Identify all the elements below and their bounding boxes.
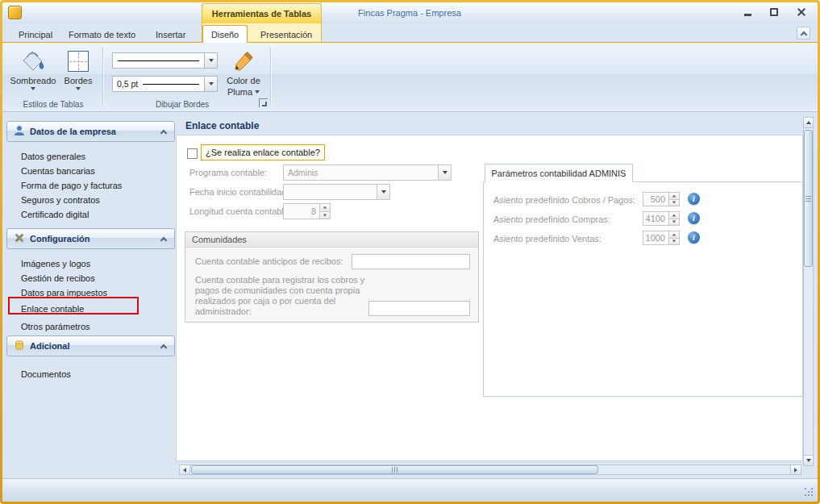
- content-panel: ¿Se realiza enlace contable? Programa co…: [176, 135, 803, 461]
- line-weight-value: 0,5 pt: [113, 79, 138, 89]
- vertical-scrollbar-thumb[interactable]: [804, 130, 813, 267]
- pen-color-label-line2: Pluma: [227, 87, 252, 97]
- vertical-scrollbar[interactable]: [803, 117, 814, 466]
- asiento-compras-spinner[interactable]: 4100: [643, 211, 680, 226]
- borders-label: Bordes: [65, 76, 93, 85]
- pen-color-label-line1: Color de: [227, 76, 260, 85]
- sidebar-item-forma-de-pago-y-facturas[interactable]: Forma de pago y facturas: [21, 178, 169, 193]
- info-icon[interactable]: i: [688, 231, 700, 244]
- sidebar-item-datos-generales[interactable]: Datos generales: [21, 149, 169, 164]
- tab-formato-de-texto[interactable]: Formato de texto: [60, 26, 144, 43]
- window-buttons: [740, 6, 808, 19]
- asiento-compras-value: 4100: [643, 212, 668, 225]
- chevron-up-icon: [160, 129, 167, 135]
- line-style-sample: [118, 60, 199, 61]
- dropdown-button[interactable]: [377, 185, 389, 199]
- sidebar-item-datos-para-impuestos[interactable]: Datos para impuestos: [21, 285, 169, 300]
- program-label: Programa contable:: [189, 168, 267, 177]
- close-button[interactable]: [793, 6, 808, 19]
- start-date-combo[interactable]: [283, 184, 390, 200]
- titlebar: Herramientas de Tablas Fincas Pragma - E…: [2, 2, 818, 23]
- database-icon: [14, 339, 25, 352]
- window-title: Fincas Pragma - Empresa: [302, 2, 517, 23]
- program-combo[interactable]: Adminis: [283, 165, 452, 181]
- dropdown-arrow-icon: [381, 190, 386, 194]
- sidebar-item-gestion-de-recibos[interactable]: Gestión de recibos: [21, 271, 169, 285]
- dropdown-button[interactable]: [204, 53, 217, 68]
- account-length-value: 8: [284, 204, 319, 219]
- info-icon[interactable]: i: [688, 193, 700, 205]
- dropdown-button[interactable]: [204, 77, 217, 91]
- spinner-arrows[interactable]: [319, 204, 330, 219]
- scroll-left-button[interactable]: [179, 464, 190, 475]
- borders-icon: [68, 48, 89, 74]
- dropdown-arrow-icon: [31, 87, 35, 90]
- resize-grip[interactable]: [805, 488, 814, 498]
- params-adminis-panel: Asiento predefinido Cobros / Pagos: 500 …: [483, 181, 803, 397]
- tab-insertar[interactable]: Insertar: [148, 26, 194, 43]
- register-account-input[interactable]: [368, 301, 470, 316]
- group-label-table-styles: Estilos de Tablas: [4, 100, 102, 109]
- sidebar-item-imagenes-y-logos[interactable]: Imágenes y logos: [21, 256, 169, 271]
- tab-diseno[interactable]: Diseño: [202, 25, 248, 43]
- ribbon-collapse-button[interactable]: [797, 27, 810, 40]
- sidebar-item-certificado-digital[interactable]: Certificado digital: [21, 207, 169, 222]
- tab-presentacion[interactable]: Presentación: [252, 26, 320, 43]
- shading-label: Sombreado: [10, 76, 56, 85]
- ribbon-tab-row: Principal Formato de texto Insertar Dise…: [2, 23, 818, 43]
- restore-button[interactable]: [767, 6, 781, 19]
- line-style-combo[interactable]: [112, 52, 218, 69]
- sidebar-item-documentos[interactable]: Documentos: [21, 367, 169, 381]
- asiento-cobros-pagos-spinner[interactable]: 500: [643, 192, 680, 206]
- group-separator: [270, 47, 271, 105]
- statusbar: [2, 478, 818, 502]
- spinner-arrows[interactable]: [668, 231, 679, 244]
- shading-button[interactable]: Sombreado: [10, 47, 56, 92]
- group-separator: [102, 47, 103, 105]
- pen-color-button[interactable]: Color de Pluma: [222, 47, 265, 98]
- sidebar-item-cuentas-bancarias[interactable]: Cuentas bancarias: [21, 164, 169, 178]
- info-icon[interactable]: i: [688, 212, 700, 224]
- horizontal-scrollbar-thumb[interactable]: [191, 465, 598, 474]
- horizontal-scrollbar[interactable]: [179, 464, 801, 475]
- minimize-icon: [744, 14, 751, 16]
- sidebar-section-datos-de-la-empresa[interactable]: Datos de la empresa: [6, 121, 175, 142]
- ribbon: Sombreado Bordes 0,5 pt: [2, 43, 818, 112]
- dropdown-button[interactable]: [438, 165, 451, 180]
- sidebar-item-seguros-y-contratos[interactable]: Seguros y contratos: [21, 193, 169, 207]
- tab-principal[interactable]: Principal: [10, 26, 60, 43]
- page-title: Enlace contable: [185, 120, 259, 131]
- scroll-right-button[interactable]: [790, 464, 801, 475]
- enlace-contable-checkbox-label[interactable]: ¿Se realiza enlace contable?: [201, 144, 325, 160]
- asiento-cobros-pagos-value: 500: [643, 193, 668, 206]
- sidebar-section-configuracion[interactable]: Configuración: [6, 228, 175, 249]
- app-icon[interactable]: [8, 6, 22, 19]
- advance-account-label: Cuenta contable anticipos de recibos:: [195, 256, 343, 266]
- line-weight-sample: [143, 84, 199, 85]
- params-adminis-tab[interactable]: Parámetros contabilidad ADMINIS: [485, 164, 633, 182]
- scroll-down-button[interactable]: [803, 455, 814, 466]
- scroll-up-button[interactable]: [803, 117, 814, 128]
- asiento-ventas-spinner[interactable]: 1000: [643, 231, 680, 245]
- borders-button[interactable]: Bordes: [59, 47, 98, 92]
- dropdown-arrow-icon: [76, 87, 81, 90]
- dropdown-arrow-icon: [209, 82, 214, 85]
- section-title: Adicional: [30, 341, 70, 351]
- account-length-spinner[interactable]: 8: [283, 203, 331, 219]
- dropdown-arrow-icon: [209, 59, 214, 62]
- dialog-launcher-icon[interactable]: [259, 98, 268, 107]
- line-weight-combo[interactable]: 0,5 pt: [112, 76, 218, 92]
- spinner-arrows[interactable]: [668, 193, 679, 206]
- spinner-arrows[interactable]: [668, 212, 679, 225]
- dropdown-arrow-icon: [255, 90, 260, 94]
- register-account-label: Cuenta contable para registrar los cobro…: [195, 275, 369, 317]
- advance-account-input[interactable]: [352, 254, 470, 269]
- dropdown-arrow-icon: [443, 171, 447, 174]
- sidebar-section-adicional[interactable]: Adicional: [6, 335, 175, 356]
- minimize-button[interactable]: [740, 6, 755, 19]
- enlace-contable-checkbox[interactable]: [187, 148, 198, 159]
- asiento-ventas-label: Asiento predefinido Ventas:: [493, 234, 601, 244]
- sidebar-item-otros-parametros[interactable]: Otros parámetros: [21, 319, 169, 334]
- start-date-label: Fecha inicio contabilidad:: [189, 187, 289, 197]
- sidebar-item-enlace-contable[interactable]: Enlace contable: [21, 302, 169, 316]
